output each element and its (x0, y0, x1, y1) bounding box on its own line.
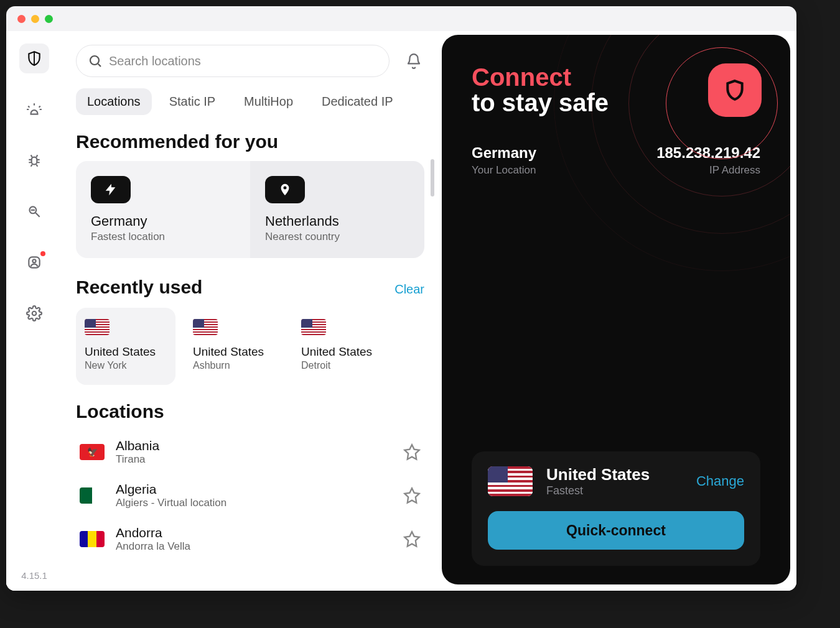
location-name: Algeria (116, 482, 403, 497)
al-flag-icon: 🦅 (80, 444, 105, 460)
scrollbar-thumb[interactable] (431, 159, 434, 196)
search-icon (88, 53, 103, 68)
your-location-label: Your Location (472, 164, 536, 177)
search-input[interactable] (109, 54, 378, 68)
pin-icon (265, 176, 305, 203)
quick-connect-button[interactable]: Quick-connect (488, 511, 744, 550)
tab-multihop[interactable]: MultiHop (233, 88, 304, 115)
svg-rect-0 (32, 157, 37, 165)
recommended-card-germany[interactable]: Germany Fastest location (76, 161, 250, 258)
location-text: Andorra Andorra la Vella (116, 525, 403, 553)
location-item[interactable]: 🦅 Albania Tirana (76, 432, 424, 472)
us-flag-icon (488, 466, 533, 496)
selected-server-row: United States Fastest Change (488, 465, 744, 497)
location-name: Albania (116, 438, 403, 453)
selected-server-text: United States Fastest (546, 465, 683, 497)
quick-connect-card: United States Fastest Change Quick-conne… (472, 451, 760, 566)
recent-card[interactable]: United States New York (76, 308, 175, 385)
tab-static-ip[interactable]: Static IP (158, 88, 226, 115)
recent-header: Recently used Clear (76, 277, 424, 298)
location-item[interactable]: Andorra Andorra la Vella (76, 519, 424, 559)
notifications-button[interactable] (403, 50, 424, 72)
locations-title: Locations (76, 401, 424, 422)
tab-dedicated-ip[interactable]: Dedicated IP (310, 88, 404, 115)
recent-row: United States New York United States Ash… (76, 308, 424, 385)
search-field[interactable] (76, 45, 390, 77)
recommended-row: Germany Fastest location Netherlands Nea… (76, 161, 424, 258)
sidebar-item-vpn[interactable] (19, 44, 49, 73)
recommended-name: Netherlands (265, 213, 409, 229)
recent-city: Detroit (301, 360, 383, 371)
tab-locations[interactable]: Locations (76, 88, 152, 115)
window-zoom-button[interactable] (45, 15, 53, 23)
top-row (76, 45, 424, 77)
app-body: 4.15.1 Locations Static IP MultiHop Dedi… (6, 31, 796, 591)
favorite-star-icon[interactable] (403, 443, 421, 461)
app-logo (708, 63, 762, 117)
location-name: Andorra (116, 525, 403, 540)
change-server-button[interactable]: Change (696, 473, 744, 489)
recent-country: United States (85, 345, 167, 359)
ad-flag-icon (80, 531, 105, 547)
favorite-star-icon[interactable] (403, 487, 421, 504)
recent-title: Recently used (76, 277, 202, 298)
location-text: Algeria Algiers - Virtual location (116, 482, 403, 509)
location-item[interactable]: Algeria Algiers - Virtual location (76, 476, 424, 515)
bolt-icon (91, 176, 131, 203)
bug-icon (26, 152, 42, 169)
tabs: Locations Static IP MultiHop Dedicated I… (76, 88, 424, 115)
sidebar-item-search[interactable] (19, 196, 49, 226)
person-id-icon (26, 254, 42, 270)
selected-country: United States (546, 465, 683, 484)
your-location: Germany Your Location (472, 144, 536, 177)
sidebar-item-antivirus[interactable] (19, 145, 49, 175)
window-minimize-button[interactable] (31, 15, 39, 23)
dz-flag-icon (80, 487, 105, 504)
recommended-sub: Fastest location (91, 231, 235, 243)
app-window: 4.15.1 Locations Static IP MultiHop Dedi… (6, 6, 796, 591)
location-sub: Andorra la Vella (116, 540, 403, 553)
recent-card[interactable]: United States Detroit (292, 308, 392, 385)
siren-icon (26, 101, 42, 118)
recommended-title: Recommended for you (76, 131, 424, 152)
favorite-star-icon[interactable] (403, 530, 421, 548)
recommended-name: Germany (91, 213, 235, 229)
scan-search-icon (26, 203, 42, 219)
sidebar-item-identity[interactable] (19, 247, 49, 277)
titlebar (6, 6, 796, 31)
location-sub: Algiers - Virtual location (116, 497, 403, 509)
window-close-button[interactable] (17, 15, 26, 23)
shield-logo-icon (722, 78, 747, 103)
recommended-sub: Nearest country (265, 231, 409, 243)
recent-country: United States (301, 345, 383, 359)
sidebar: 4.15.1 (6, 31, 62, 591)
location-text: Albania Tirana (116, 438, 403, 466)
recent-city: Ashburn (193, 360, 275, 371)
recommended-card-netherlands[interactable]: Netherlands Nearest country (250, 161, 424, 258)
main-column: Locations Static IP MultiHop Dedicated I… (62, 31, 438, 591)
sidebar-item-alert[interactable] (19, 95, 49, 124)
sidebar-item-settings[interactable] (19, 298, 49, 328)
bell-icon (406, 53, 422, 69)
us-flag-icon (85, 319, 110, 335)
connection-panel: Connect to stay safe Germany Your Locati… (442, 35, 790, 584)
svg-point-3 (32, 259, 35, 262)
location-sub: Tirana (116, 453, 403, 466)
us-flag-icon (301, 319, 326, 335)
notification-dot (40, 251, 45, 256)
recent-card[interactable]: United States Ashburn (184, 308, 284, 385)
svg-point-5 (90, 56, 99, 65)
locations-list: 🦅 Albania Tirana Algeria Algiers - Virtu… (76, 432, 424, 559)
version-label: 4.15.1 (21, 570, 47, 581)
recent-country: United States (193, 345, 275, 359)
gear-icon (26, 305, 42, 321)
us-flag-icon (193, 319, 218, 335)
your-location-value: Germany (472, 144, 536, 162)
selected-sub: Fastest (546, 484, 683, 497)
svg-point-4 (32, 312, 37, 316)
shield-icon (26, 50, 42, 67)
recent-city: New York (85, 360, 167, 371)
clear-recent-button[interactable]: Clear (394, 282, 424, 297)
